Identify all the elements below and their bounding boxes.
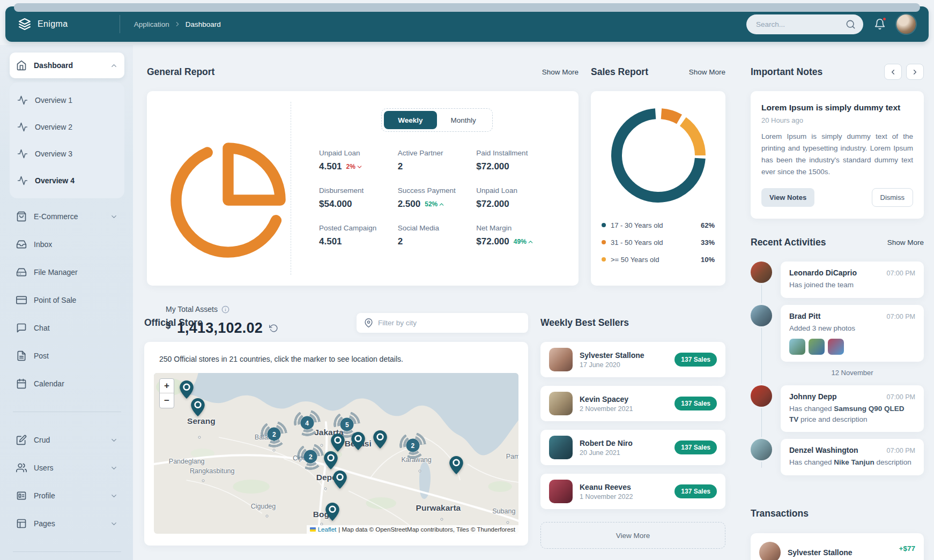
map-zoom-out-button[interactable]: − [160,393,174,408]
sidebar-item-dashboard[interactable]: Dashboard [10,53,124,78]
total-assets-panel: My Total Assets $ 1,413,102.02 Last upda… [147,91,291,286]
map-zoom-in-button[interactable]: + [160,379,174,393]
activity-photo-thumb[interactable] [789,339,805,355]
stat-label: Unpaid Loan [476,186,555,195]
chevron-down-icon [110,213,118,221]
notifications-button[interactable] [874,18,886,30]
breadcrumb-item[interactable]: Dashboard [186,20,221,28]
top-bar: Enigma ApplicationDashboard [5,6,929,42]
filter-by-city-box [357,313,528,333]
notes-prev-button[interactable] [884,64,902,80]
leaflet-link[interactable]: Leaflet [318,526,337,533]
sidebar-item-overview-3[interactable]: Overview 3 [10,140,124,167]
map-city-dot [324,488,327,490]
activity-photos [789,339,915,355]
store-pin-marker[interactable] [373,430,387,449]
cluster-count: 2 [304,450,317,464]
store-pin-marker[interactable] [331,434,345,452]
official-store-section: Official Store 250 Official stores in 21… [144,313,528,546]
sidebar-divider [13,412,121,412]
map-attribution-text: | Map data © OpenStreetMap contributors,… [338,526,515,533]
store-pin-marker[interactable] [449,456,463,474]
store-map[interactable]: + − Leaflet | Map data © OpenStreetMap c… [154,373,518,534]
store-pin-marker[interactable] [333,471,347,489]
official-store-card: 250 Official stores in 21 countries, cli… [144,342,528,546]
sidebar-item-e-commerce[interactable]: E-Commerce [10,203,124,230]
activity-icon [17,148,28,159]
best-seller-item: Kevin Spacey2 November 2021137 Sales [540,386,725,421]
legend-dot [602,257,606,262]
search-icon[interactable] [846,19,856,29]
store-cluster-marker[interactable]: 2 [258,419,290,450]
sidebar-item-crud[interactable]: Crud [10,426,124,454]
map-city-label: Pandeglang [169,458,205,465]
store-cluster-marker[interactable]: 4 [292,407,323,438]
activity-photo-thumb[interactable] [809,339,825,355]
sidebar-item-file-manager[interactable]: File Manager [10,258,124,286]
logo[interactable]: Enigma [18,18,68,31]
map-city-label: Serang [187,416,216,426]
store-pin-marker[interactable] [191,398,205,416]
dismiss-button[interactable]: Dismiss [872,188,914,207]
store-cluster-marker[interactable]: 2 [397,430,428,461]
notes-next-button[interactable] [906,64,924,80]
sidebar-item-overview-2[interactable]: Overview 2 [10,114,124,140]
general-report-show-more[interactable]: Show More [542,68,579,76]
sidebar-item-chat[interactable]: Chat [10,314,124,342]
view-notes-button[interactable]: View Notes [761,188,814,207]
view-more-button[interactable]: View More [540,522,725,549]
sidebar-item-point-of-sale[interactable]: Point of Sale [10,286,124,314]
topbar-divider [120,15,120,33]
sidebar-item-overview-4[interactable]: Overview 4 [10,167,124,194]
map-city-dot [202,480,204,482]
sidebar-item-inbox[interactable]: Inbox [10,230,124,258]
sales-report-card: 17 - 30 Years old62%31 - 50 Years old33%… [591,91,725,286]
note-body: Lorem Ipsum is simply dummy text of the … [761,131,913,177]
stat-value: 2 [398,236,403,247]
seller-name: Keanu Reeves [580,483,633,491]
legend-row: 31 - 50 Years old33% [602,234,715,251]
sidebar-item-calendar[interactable]: Calendar [10,370,124,398]
stat-value: $72.000 [476,199,509,210]
sidebar-item-overview-1[interactable]: Overview 1 [10,87,124,114]
store-pin-marker[interactable] [351,432,365,450]
toggle-monthly[interactable]: Monthly [437,111,490,129]
activity-avatar [751,305,772,326]
seller-date: 2 November 2021 [580,405,633,413]
activity-card: Brad Pitt07:00 PMAdded 3 new photos [781,305,924,362]
important-notes-title: Important Notes [751,66,822,78]
store-cluster-marker[interactable]: 2 [295,441,326,472]
right-column: Important Notes Lorem Ipsum is simply du… [751,62,924,560]
sales-badge: 137 Sales [674,397,717,410]
sidebar-item-post[interactable]: Post [10,342,124,370]
chevron-left-icon [889,68,897,76]
legend-value: 62% [701,221,715,229]
sidebar-item-pages[interactable]: Pages [10,510,124,537]
cluster-count: 5 [340,418,354,431]
toggle-weekly[interactable]: Weekly [384,111,436,129]
map-attribution: Leaflet | Map data © OpenStreetMap contr… [307,525,518,534]
store-pin-marker[interactable] [325,503,339,521]
recent-activities-show-more[interactable]: Show More [887,238,924,247]
user-avatar[interactable] [896,14,916,34]
chevron-down-icon [110,464,118,472]
seller-avatar [549,436,573,459]
store-pin-marker[interactable] [324,451,338,469]
app-root: Enigma ApplicationDashboard DashboardOve… [0,0,934,560]
filter-by-city-input[interactable] [357,313,528,333]
store-pin-marker[interactable] [180,380,194,399]
activity-icon [17,95,28,106]
activity-photo-thumb[interactable] [828,339,844,355]
map-city-dot [441,518,443,521]
sidebar-item-label: Crud [34,436,50,444]
breadcrumb-item[interactable]: Application [134,20,169,28]
sidebar-item-label: Calendar [34,379,64,388]
sales-report-show-more[interactable]: Show More [689,68,725,76]
activity-text: Added 3 new photos [789,323,915,334]
sidebar-item-users[interactable]: Users [10,454,124,482]
sidebar-item-profile[interactable]: Profile [10,482,124,510]
activity-card: Leonardo DiCaprio07:00 PMHas joined the … [781,262,924,297]
total-assets-label: My Total Assets [166,305,218,313]
activity-text: Has joined the team [789,280,915,290]
chevron-down-icon [110,436,118,444]
